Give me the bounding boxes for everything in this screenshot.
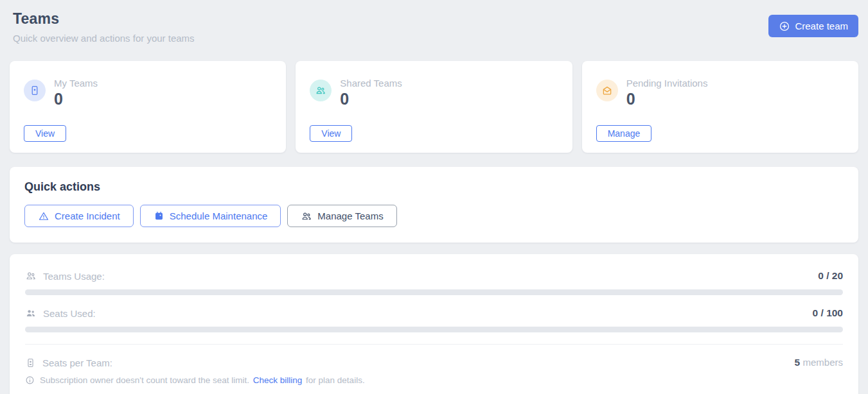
stat-card-shared-teams: Shared Teams 0 View bbox=[296, 61, 572, 153]
schedule-maintenance-button[interactable]: Schedule Maintenance bbox=[140, 205, 281, 227]
usage-value: 0 / 20 bbox=[818, 270, 843, 282]
usage-label: Seats Used: bbox=[43, 308, 96, 319]
person-badge-icon bbox=[25, 357, 36, 368]
envelope-open-icon bbox=[596, 80, 618, 101]
seat-limit-note: Subscription owner doesn't count toward … bbox=[25, 375, 843, 385]
plus-circle-icon bbox=[779, 21, 790, 32]
members-suffix: members bbox=[802, 357, 843, 368]
manage-invitations-button[interactable]: Manage bbox=[596, 125, 652, 142]
usage-value: 0 / 100 bbox=[813, 307, 843, 319]
stat-value: 0 bbox=[340, 90, 402, 107]
stat-card-my-teams: My Teams 0 View bbox=[10, 61, 286, 153]
quick-actions-heading: Quick actions bbox=[24, 180, 844, 194]
quick-actions-panel: Quick actions Create Incident bbox=[10, 167, 858, 243]
stat-label: Shared Teams bbox=[340, 78, 402, 89]
create-team-label: Create team bbox=[795, 21, 848, 31]
teams-usage-row: Teams Usage: 0 / 20 bbox=[25, 270, 843, 282]
view-shared-teams-button[interactable]: View bbox=[310, 125, 352, 142]
page-header: Teams Quick overview and actions for you… bbox=[10, 8, 858, 44]
stat-value: 0 bbox=[626, 90, 708, 107]
users-icon bbox=[310, 80, 332, 101]
stat-label: Pending Invitations bbox=[626, 78, 708, 89]
warning-icon bbox=[38, 210, 49, 222]
note-text: Subscription owner doesn't count toward … bbox=[40, 375, 365, 385]
divider bbox=[25, 344, 843, 345]
teams-page: Teams Quick overview and actions for you… bbox=[0, 0, 868, 394]
stat-value: 0 bbox=[54, 90, 98, 107]
seats-used-row: Seats Used: 0 / 100 bbox=[25, 307, 843, 319]
view-my-teams-button[interactable]: View bbox=[24, 125, 66, 142]
create-incident-button[interactable]: Create Incident bbox=[24, 205, 134, 227]
users-filled-icon bbox=[25, 307, 37, 319]
create-team-button[interactable]: Create team bbox=[768, 15, 858, 37]
stat-cards: My Teams 0 View Shared Teams bbox=[10, 61, 858, 153]
page-title: Teams bbox=[13, 10, 195, 28]
seats-per-team-value: 5 members bbox=[794, 357, 843, 368]
usage-panel: Teams Usage: 0 / 20 Seats Used: 0 / 100 bbox=[10, 254, 858, 394]
users-outline-icon bbox=[25, 270, 37, 282]
seats-used-progress-track bbox=[25, 327, 843, 332]
page-subtitle: Quick overview and actions for your team… bbox=[13, 33, 195, 44]
calendar-icon bbox=[154, 210, 164, 221]
manage-teams-button[interactable]: Manage Teams bbox=[287, 205, 396, 227]
usage-label: Teams Usage: bbox=[43, 271, 105, 282]
header-text: Teams Quick overview and actions for you… bbox=[10, 8, 195, 44]
teams-usage-progress-track bbox=[25, 289, 843, 295]
users-icon bbox=[301, 210, 312, 222]
note-suffix: for plan details. bbox=[306, 375, 365, 385]
check-billing-link[interactable]: Check billing bbox=[253, 375, 303, 385]
stat-card-pending-invitations: Pending Invitations 0 Manage bbox=[582, 61, 858, 153]
usage-label: Seats per Team: bbox=[42, 357, 112, 368]
info-icon bbox=[25, 375, 35, 385]
stat-label: My Teams bbox=[54, 78, 98, 89]
seats-per-team-row: Seats per Team: 5 members bbox=[25, 357, 843, 368]
badge-icon bbox=[24, 80, 46, 101]
